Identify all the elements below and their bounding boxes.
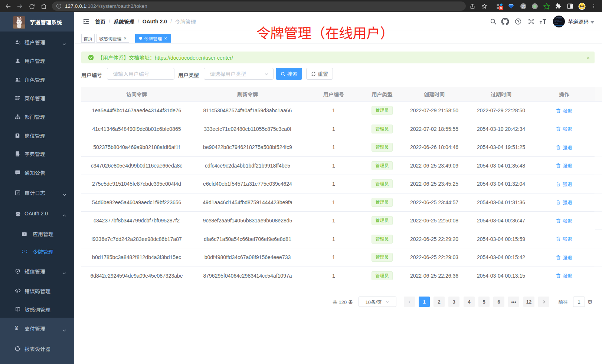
svg-text:9: 9 [500, 6, 502, 10]
svg-text:a: a [24, 250, 25, 252]
svg-text:⌘: ⌘ [521, 4, 525, 8]
